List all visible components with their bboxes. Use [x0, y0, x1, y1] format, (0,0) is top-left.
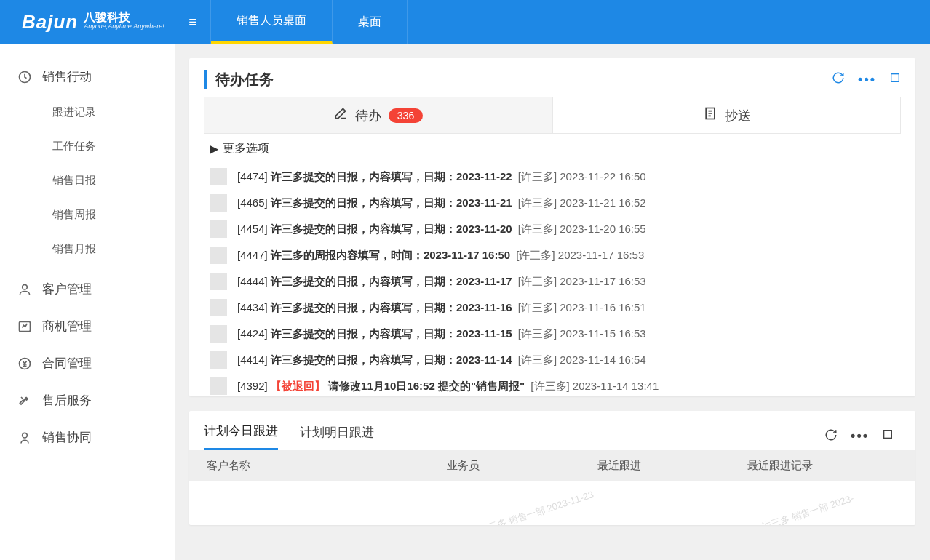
tab-today-plan[interactable]: 计划今日跟进	[204, 423, 278, 450]
task-row[interactable]: [4414] 许三多提交的日报，内容填写，日期：2023-11-14 [许三多]…	[189, 347, 915, 373]
col-recent-follow: 最近跟进	[597, 459, 748, 473]
target-icon	[17, 319, 32, 334]
nav-sales-monthly[interactable]: 销售月报	[0, 232, 175, 266]
menu-icon: ≡	[188, 14, 197, 31]
task-row[interactable]: [4392] 【被退回】 请修改11月10日16:52 提交的"销售周报" [许…	[189, 373, 915, 396]
people-icon	[17, 431, 32, 445]
task-text: [4465] 许三多提交的日报，内容填写，日期：2023-11-21 [许三多]…	[237, 196, 646, 210]
task-text: [4447] 许三多的周报内容填写，时间：2023-11-17 16:50 [许…	[237, 249, 644, 263]
task-checkbox[interactable]	[210, 299, 227, 316]
more-icon[interactable]: •••	[858, 72, 876, 87]
menu-toggle-button[interactable]: ≡	[175, 0, 211, 44]
svg-point-1	[23, 284, 28, 289]
logo: Bajun 八骏科技 Anyone,Anytime,Anywhere!	[0, 11, 175, 33]
nav-sales-collab[interactable]: 销售协同	[0, 419, 175, 456]
task-row[interactable]: [4447] 许三多的周报内容填写，时间：2023-11-17 16:50 [许…	[189, 242, 915, 268]
svg-rect-5	[891, 74, 899, 82]
task-checkbox[interactable]	[210, 351, 227, 369]
task-list[interactable]: [4474] 许三多提交的日报，内容填写，日期：2023-11-22 [许三多]…	[189, 164, 915, 396]
task-checkbox[interactable]	[210, 194, 227, 212]
nav-customer-mgmt[interactable]: 客户管理	[0, 271, 175, 308]
sidebar: 销售行动 跟进记录 工作任务 销售日报 销售周报 销售月报 客户管理 商机管理 …	[0, 44, 175, 560]
task-row[interactable]: [4424] 许三多提交的日报，内容填写，日期：2023-11-15 [许三多]…	[189, 321, 915, 347]
edit-icon	[333, 106, 348, 124]
task-checkbox[interactable]	[210, 168, 227, 185]
task-checkbox[interactable]	[210, 220, 227, 238]
header-tabs: 销售人员桌面 桌面	[211, 0, 408, 44]
main-content: 待办任务 ••• 待办 336	[175, 44, 930, 560]
logo-cn-text: 八骏科技	[84, 13, 164, 22]
maximize-icon[interactable]	[882, 428, 894, 445]
nav-after-sales[interactable]: 售后服务	[0, 382, 175, 419]
col-customer: 客户名称	[207, 459, 447, 473]
nav-contract-mgmt[interactable]: 合同管理	[0, 345, 175, 382]
app-header: Bajun 八骏科技 Anyone,Anytime,Anywhere! ≡ 销售…	[0, 0, 930, 44]
empty-table-body: one 许三多 销售一部 2023-11-23 one 许三多 销售一部 202…	[189, 481, 915, 525]
yen-icon	[17, 356, 32, 371]
user-icon	[17, 282, 32, 297]
nav-follow-record[interactable]: 跟进记录	[0, 95, 175, 129]
logo-en-text: Anyone,Anytime,Anywhere!	[84, 22, 164, 31]
col-sales: 业务员	[447, 459, 597, 473]
nav-opportunity-mgmt[interactable]: 商机管理	[0, 308, 175, 345]
tab-todo[interactable]: 待办 336	[204, 97, 552, 134]
task-row[interactable]: [4474] 许三多提交的日报，内容填写，日期：2023-11-22 [许三多]…	[189, 164, 915, 190]
svg-rect-7	[884, 430, 892, 438]
nav-sales-weekly[interactable]: 销售周报	[0, 198, 175, 232]
doc-icon	[703, 106, 718, 124]
task-text: [4474] 许三多提交的日报，内容填写，日期：2023-11-22 [许三多]…	[237, 170, 646, 184]
task-row[interactable]: [4454] 许三多提交的日报，内容填写，日期：2023-11-20 [许三多]…	[189, 216, 915, 242]
nav-sales-daily[interactable]: 销售日报	[0, 164, 175, 198]
task-text: [4444] 许三多提交的日报，内容填写，日期：2023-11-17 [许三多]…	[237, 275, 646, 289]
task-text: [4414] 许三多提交的日报，内容填写，日期：2023-11-14 [许三多]…	[237, 353, 646, 367]
clock-icon	[17, 70, 32, 84]
refresh-icon[interactable]	[824, 428, 838, 445]
task-row[interactable]: [4444] 许三多提交的日报，内容填写，日期：2023-11-17 [许三多]…	[189, 268, 915, 295]
task-row[interactable]: [4434] 许三多提交的日报，内容填写，日期：2023-11-16 [许三多]…	[189, 295, 915, 321]
todo-card: 待办任务 ••• 待办 336	[189, 58, 915, 396]
header-tab-sales-desktop[interactable]: 销售人员桌面	[211, 0, 333, 44]
logo-main-text: Bajun	[22, 11, 78, 33]
task-checkbox[interactable]	[210, 377, 227, 395]
nav-work-task[interactable]: 工作任务	[0, 129, 175, 164]
nav-sales-action[interactable]: 销售行动	[0, 58, 175, 95]
task-checkbox[interactable]	[210, 247, 227, 264]
todo-count-badge: 336	[389, 108, 423, 123]
tab-cc[interactable]: 抄送	[552, 97, 901, 134]
plan-card: 计划今日跟进 计划明日跟进 ••• 客户名称 业务员 最近跟进 最近跟进记录	[189, 411, 915, 525]
plan-table-header: 客户名称 业务员 最近跟进 最近跟进记录	[189, 450, 915, 481]
col-recent-record: 最近跟进记录	[747, 459, 898, 473]
triangle-right-icon: ▶	[210, 142, 218, 156]
header-tab-desktop[interactable]: 桌面	[333, 0, 408, 44]
todo-title: 待办任务	[204, 70, 274, 89]
tab-tomorrow-plan[interactable]: 计划明日跟进	[300, 424, 374, 449]
task-text: [4434] 许三多提交的日报，内容填写，日期：2023-11-16 [许三多]…	[237, 301, 646, 315]
maximize-icon[interactable]	[889, 72, 901, 87]
task-text: [4454] 许三多提交的日报，内容填写，日期：2023-11-20 [许三多]…	[237, 223, 646, 236]
task-text: [4424] 许三多提交的日报，内容填写，日期：2023-11-15 [许三多]…	[237, 327, 646, 341]
more-icon[interactable]: •••	[851, 428, 869, 445]
task-checkbox[interactable]	[210, 273, 227, 290]
task-checkbox[interactable]	[210, 325, 227, 343]
more-options-toggle[interactable]: ▶ 更多选项	[189, 134, 915, 164]
task-row[interactable]: [4465] 许三多提交的日报，内容填写，日期：2023-11-21 [许三多]…	[189, 190, 915, 216]
wrench-icon	[17, 393, 32, 408]
svg-point-4	[23, 433, 28, 438]
task-text: [4392] 【被退回】 请修改11月10日16:52 提交的"销售周报" [许…	[237, 380, 659, 393]
refresh-icon[interactable]	[832, 71, 845, 88]
